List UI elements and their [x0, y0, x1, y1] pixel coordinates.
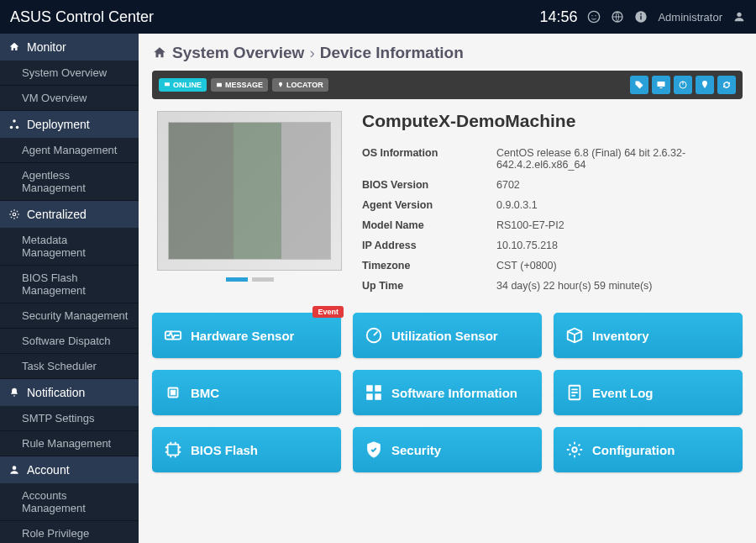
event-badge: Event	[312, 306, 344, 318]
sidebar-item-security[interactable]: Security Management	[0, 303, 139, 329]
refresh-icon	[722, 80, 732, 90]
gear-icon	[8, 208, 20, 220]
sidebar-item-vm-overview[interactable]: VM Overview	[0, 86, 139, 111]
sidebar-item-task-scheduler[interactable]: Task Scheduler	[0, 354, 139, 379]
svg-point-0	[589, 11, 600, 22]
svg-rect-20	[683, 82, 684, 85]
sidebar-item-metadata[interactable]: Metadata Management	[0, 228, 139, 266]
svg-point-2	[596, 15, 596, 16]
power-button[interactable]	[674, 76, 692, 94]
topbar: ASUS Control Center 14:56 Administrator	[0, 0, 756, 34]
label: Inventory	[592, 329, 649, 343]
svg-rect-27	[367, 394, 372, 399]
pill-locator[interactable]: LOCATOR	[272, 78, 328, 92]
svg-rect-24	[171, 390, 176, 395]
pin-icon	[277, 82, 284, 88]
topbar-right: 14:56 Administrator	[539, 8, 746, 26]
card-configuration[interactable]: Configuration	[554, 427, 743, 472]
monitor-button[interactable]	[652, 76, 670, 94]
svg-point-10	[16, 126, 19, 129]
sidebar-section-centralized[interactable]: Centralized	[0, 201, 139, 228]
info-agent: Agent Version0.9.0.3.1	[362, 195, 738, 215]
svg-rect-25	[367, 386, 372, 391]
breadcrumb-a[interactable]: System Overview	[172, 44, 304, 62]
info-ip: IP Address10.10.75.218	[362, 235, 738, 256]
grid-icon	[365, 383, 383, 402]
user-icon[interactable]	[732, 10, 746, 24]
user-label: Administrator	[658, 11, 722, 24]
label: Notification	[27, 386, 85, 399]
card-bmc[interactable]: BMC	[152, 370, 341, 415]
pill-message[interactable]: MESSAGE	[211, 78, 268, 92]
device-name: ComputeX-DemoMachine	[362, 111, 738, 131]
pill-online[interactable]: ONLINE	[159, 78, 207, 92]
label: Deployment	[27, 118, 90, 131]
heartbeat-icon	[164, 326, 182, 345]
main: System Overview › Device Information ONL…	[139, 34, 756, 543]
chip-icon	[164, 440, 182, 459]
svg-point-12	[13, 466, 17, 470]
card-utilization-sensor[interactable]: Utilization Sensor	[353, 313, 542, 358]
box-icon	[565, 326, 584, 345]
card-software-info[interactable]: Software Information	[353, 370, 542, 415]
card-hardware-sensor[interactable]: Hardware Sensor Event	[152, 313, 341, 358]
card-event-log[interactable]: Event Log	[554, 370, 743, 415]
smile-icon[interactable]	[587, 10, 601, 24]
card-inventory[interactable]: Inventory	[554, 313, 743, 358]
info-timezone: TimezoneCST (+0800)	[362, 256, 738, 276]
info-uptime: Up Time34 day(s) 22 hour(s) 59 minute(s)	[362, 276, 738, 296]
document-icon	[565, 383, 584, 402]
sidebar-item-biosflash[interactable]: BIOS Flash Management	[0, 266, 139, 303]
sidebar-section-deployment[interactable]: Deployment	[0, 111, 139, 138]
chip-icon	[164, 383, 182, 402]
mail-icon	[216, 82, 223, 88]
sidebar-item-system-overview[interactable]: System Overview	[0, 61, 139, 86]
device-image	[157, 111, 342, 271]
gear-icon	[565, 440, 584, 459]
globe-icon[interactable]	[611, 10, 624, 24]
sidebar-item-agent-mgmt[interactable]: Agent Management	[0, 138, 139, 163]
sidebar-item-rule-mgmt[interactable]: Rule Management	[0, 431, 139, 456]
label: BIOS Flash	[191, 443, 258, 457]
sidebar-item-role-privilege[interactable]: Role Privilege	[0, 521, 139, 543]
breadcrumb: System Overview › Device Information	[152, 44, 743, 62]
svg-point-31	[572, 447, 577, 452]
tag-button[interactable]	[630, 76, 648, 94]
card-bios-flash[interactable]: BIOS Flash	[152, 427, 341, 472]
sidebar-section-account[interactable]: Account	[0, 456, 139, 483]
sidebar-item-agentless-mgmt[interactable]: Agentless Management	[0, 163, 139, 201]
label: Centralized	[27, 208, 87, 221]
clock: 14:56	[539, 8, 577, 26]
svg-point-1	[592, 15, 593, 16]
sidebar-item-smtp[interactable]: SMTP Settings	[0, 406, 139, 431]
cards: Hardware Sensor Event Utilization Sensor…	[152, 313, 743, 472]
svg-rect-17	[658, 82, 665, 87]
svg-point-7	[737, 13, 741, 17]
gauge-icon	[365, 326, 383, 345]
image-pager[interactable]	[157, 277, 342, 282]
locate-button[interactable]	[696, 76, 714, 94]
svg-point-8	[13, 119, 16, 123]
device-info-col: ComputeX-DemoMachine OS InformationCentO…	[362, 111, 738, 296]
label: Utilization Sensor	[391, 329, 498, 343]
info-bios: BIOS Version6702	[362, 175, 738, 195]
sidebar-section-monitor[interactable]: Monitor	[0, 34, 139, 61]
power-icon	[678, 80, 688, 90]
sidebar-item-accounts-mgmt[interactable]: Accounts Management	[0, 483, 139, 521]
refresh-button[interactable]	[717, 76, 736, 94]
svg-point-11	[13, 213, 16, 216]
home-icon	[8, 41, 20, 53]
sidebar-item-software-dispatch[interactable]: Software Dispatch	[0, 329, 139, 354]
info-icon[interactable]	[634, 10, 648, 24]
label: Event Log	[592, 386, 654, 400]
card-security[interactable]: Security	[353, 427, 542, 472]
info-model: Model NameRS100-E7-PI2	[362, 215, 738, 235]
device-info: ComputeX-DemoMachine OS InformationCentO…	[152, 111, 743, 313]
status-left: ONLINE MESSAGE LOCATOR	[159, 78, 328, 92]
shield-icon	[365, 440, 383, 459]
svg-rect-30	[168, 445, 179, 456]
statusbar: ONLINE MESSAGE LOCATOR	[152, 71, 743, 99]
status-right	[630, 76, 736, 94]
tag-icon	[634, 80, 644, 90]
sidebar-section-notification[interactable]: Notification	[0, 379, 139, 406]
